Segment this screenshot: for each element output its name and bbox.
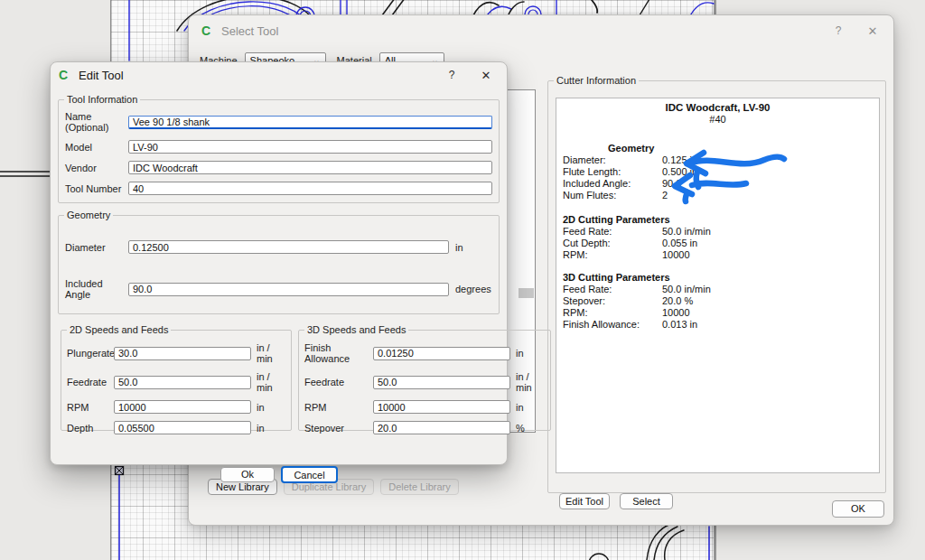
model-input[interactable] — [128, 140, 492, 154]
feedrate-2d-input[interactable] — [114, 376, 251, 389]
stepover-label: Stepover — [304, 423, 373, 434]
stepover-input[interactable] — [373, 421, 510, 434]
edit-tool-body: Tool Information Name (Optional) Model V… — [51, 88, 507, 431]
cutting-2d-heading: 2D Cutting Parameters — [556, 214, 879, 226]
included-angle-input[interactable] — [128, 283, 449, 296]
feedrate-3d-input[interactable] — [373, 376, 510, 389]
carbide-create-logo-icon: C — [59, 68, 68, 82]
edit-tool-titlebar[interactable]: C Edit Tool ? ✕ — [51, 62, 507, 88]
diameter-label: Diameter — [65, 242, 128, 253]
rpm-2d-unit: in — [251, 402, 285, 413]
speeds-and-feeds-row: 2D Speeds and Feeds Plungerate in / min … — [61, 324, 496, 431]
form-row: Tool Number — [65, 182, 492, 195]
plungerate-label: Plungerate — [67, 348, 114, 359]
feedrate-3d-label: Feedrate — [304, 377, 373, 387]
info-row: Finish Allowance: 0.013 in — [556, 319, 879, 331]
info-row: Feed Rate: 50.0 in/min — [556, 284, 879, 295]
vendor-input[interactable] — [128, 161, 492, 174]
form-row: RPM in — [67, 400, 285, 414]
speeds-2d-group: 2D Speeds and Feeds Plungerate in / min … — [61, 324, 292, 431]
geometry-group: Geometry Diameter in Included Angle degr… — [58, 210, 500, 314]
diameter-unit: in — [449, 242, 492, 253]
finish-allowance-label: Finish Allowance — [304, 342, 373, 364]
cutter-information-group: Cutter Information IDC Woodcraft, LV-90 … — [547, 75, 886, 493]
help-icon[interactable]: ? — [444, 69, 460, 83]
screen: C Select Tool ? ✕ Machine Shapeoko ⌄ Mat… — [0, 0, 925, 560]
rpm-3d-input[interactable] — [373, 400, 510, 414]
select-dialog-ok-button[interactable]: OK — [832, 500, 884, 518]
finish-allowance-input[interactable] — [373, 347, 510, 360]
cancel-button[interactable]: Cancel — [281, 466, 338, 483]
depth-input[interactable] — [114, 421, 251, 434]
info-row: Stepover: 20.0 % — [556, 295, 879, 307]
speeds-3d-label: 3D Speeds and Feeds — [304, 324, 408, 335]
info-row: Flute Length: 0.500 in — [556, 166, 879, 178]
rpm-3d-unit: in — [510, 402, 545, 413]
edit-tool-title: Edit Tool — [79, 69, 124, 82]
select-tool-title: Select Tool — [221, 24, 278, 38]
form-row: Stepover % — [304, 421, 545, 434]
close-icon[interactable]: ✕ — [864, 24, 881, 39]
ok-button[interactable]: Ok — [220, 467, 275, 482]
rpm-2d-input[interactable] — [114, 400, 251, 414]
info-row: Cut Depth: 0.055 in — [556, 238, 879, 249]
info-row: RPM: 10000 — [556, 249, 879, 261]
form-row: Name (Optional) — [65, 111, 492, 133]
form-row: Vendor — [65, 161, 492, 174]
help-icon[interactable]: ? — [830, 24, 846, 39]
tool-information-label: Tool Information — [64, 94, 140, 105]
model-label: Model — [65, 142, 128, 153]
form-row: Plungerate in / min — [67, 342, 285, 364]
form-row: Feedrate in / min — [67, 371, 285, 393]
scrollbar-thumb[interactable] — [519, 288, 534, 298]
form-row: Feedrate in / min — [304, 371, 545, 393]
geometry-heading: Geometry — [556, 143, 879, 154]
info-row: Num Flutes: 2 — [556, 190, 879, 201]
select-tool-titlebar[interactable]: C Select Tool ? ✕ — [189, 15, 893, 41]
feedrate-2d-label: Feedrate — [67, 377, 114, 387]
geometry-label: Geometry — [64, 210, 113, 220]
form-row: Diameter in — [65, 240, 492, 254]
select-button[interactable]: Select — [620, 493, 673, 509]
info-row: RPM: 10000 — [556, 307, 879, 319]
depth-label: Depth — [67, 423, 114, 434]
rpm-2d-label: RPM — [67, 402, 114, 413]
info-row: Feed Rate: 50.0 in/min — [556, 226, 879, 238]
included-angle-label: Included Angle — [65, 278, 128, 300]
form-row: Model — [65, 140, 492, 154]
vendor-label: Vendor — [65, 163, 128, 173]
edit-dialog-actions: Ok Cancel — [51, 467, 507, 489]
stepover-unit: % — [510, 423, 545, 434]
cutter-information-label: Cutter Information — [554, 75, 639, 86]
tool-information-group: Tool Information Name (Optional) Model V… — [58, 94, 500, 203]
cutter-tool-title: IDC Woodcraft, LV-90 — [556, 101, 879, 114]
form-row: RPM in — [304, 400, 545, 414]
speeds-3d-group: 3D Speeds and Feeds Finish Allowance in … — [298, 324, 551, 431]
form-row: Included Angle degrees — [65, 278, 492, 300]
tool-number-label: Tool Number — [65, 183, 128, 194]
finish-allowance-unit: in — [510, 348, 545, 359]
form-row: Finish Allowance in — [304, 342, 545, 364]
cutting-3d-heading: 3D Cutting Parameters — [556, 272, 879, 284]
speeds-2d-label: 2D Speeds and Feeds — [67, 324, 171, 335]
cutter-information-panel: IDC Woodcraft, LV-90 #40 Geometry Diamet… — [556, 98, 880, 473]
form-row: Depth in — [67, 421, 285, 434]
diameter-input[interactable] — [128, 240, 449, 254]
name-label: Name (Optional) — [65, 111, 128, 133]
name-input[interactable] — [128, 116, 492, 129]
tool-number-input[interactable] — [128, 182, 492, 195]
feedrate-3d-unit: in / min — [510, 371, 545, 393]
plungerate-unit: in / min — [251, 342, 285, 364]
edit-tool-dialog: C Edit Tool ? ✕ Tool Information Name (O… — [50, 61, 508, 465]
edit-tool-button[interactable]: Edit Tool — [559, 493, 610, 509]
rpm-3d-label: RPM — [304, 402, 373, 413]
depth-unit: in — [251, 423, 285, 434]
feedrate-2d-unit: in / min — [251, 371, 285, 393]
carbide-create-logo-icon: C — [201, 23, 210, 38]
included-angle-unit: degrees — [449, 284, 492, 294]
close-icon[interactable]: ✕ — [478, 69, 494, 83]
info-row: Included Angle: 90.0 — [556, 178, 879, 190]
plungerate-input[interactable] — [114, 347, 251, 360]
info-row: Diameter: 0.125 in — [556, 154, 879, 166]
cutter-tool-number: #40 — [556, 114, 879, 126]
